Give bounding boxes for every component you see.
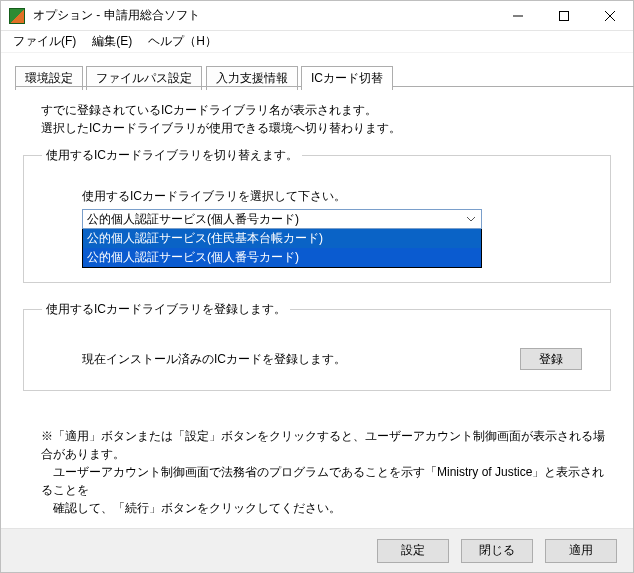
combobox-value: 公的個人認証サービス(個人番号カード) bbox=[87, 211, 299, 228]
minimize-button[interactable] bbox=[495, 1, 541, 31]
maximize-icon bbox=[559, 11, 569, 21]
svg-rect-1 bbox=[560, 11, 569, 20]
close-button[interactable] bbox=[587, 1, 633, 31]
menu-help[interactable]: ヘルプ（H） bbox=[140, 31, 225, 52]
select-label: 使用するICカードライブラリを選択して下さい。 bbox=[82, 188, 592, 205]
group-legend: 使用するICカードライブラリを登録します。 bbox=[42, 301, 290, 318]
group-switch-library: 使用するICカードライブラリを切り替えます。 使用するICカードライブラリを選択… bbox=[23, 147, 611, 283]
register-button[interactable]: 登録 bbox=[520, 348, 582, 370]
title-bar: オプション - 申請用総合ソフト bbox=[1, 1, 633, 31]
menu-edit[interactable]: 編集(E) bbox=[84, 31, 140, 52]
group-legend: 使用するICカードライブラリを切り替えます。 bbox=[42, 147, 302, 164]
menu-bar: ファイル(F) 編集(E) ヘルプ（H） bbox=[1, 31, 633, 53]
chevron-down-icon bbox=[463, 212, 479, 228]
combobox-option[interactable]: 公的個人認証サービス(住民基本台帳カード) bbox=[83, 229, 481, 248]
combobox-option[interactable]: 公的個人認証サービス(個人番号カード) bbox=[83, 248, 481, 267]
note-line: 確認して、「続行」ボタンをクリックしてください。 bbox=[41, 499, 611, 517]
settings-button[interactable]: 設定 bbox=[377, 539, 449, 563]
close-icon bbox=[605, 11, 615, 21]
intro-line: すでに登録されているICカードライブラリ名が表示されます。 bbox=[41, 101, 593, 119]
tab-panel: すでに登録されているICカードライブラリ名が表示されます。 選択したICカードラ… bbox=[1, 87, 633, 525]
register-text: 現在インストール済みのICカードを登録します。 bbox=[82, 351, 520, 368]
menu-file[interactable]: ファイル(F) bbox=[5, 31, 84, 52]
tab-iccard[interactable]: ICカード切替 bbox=[301, 66, 393, 90]
intro-line: 選択したICカードライブラリが使用できる環境へ切り替わります。 bbox=[41, 119, 593, 137]
tab-strip: 環境設定 ファイルパス設定 入力支援情報 ICカード切替 bbox=[15, 65, 633, 87]
group-register-library: 使用するICカードライブラリを登録します。 現在インストール済みのICカードを登… bbox=[23, 301, 611, 391]
window-title: オプション - 申請用総合ソフト bbox=[31, 7, 495, 24]
note-text: ※「適用」ボタンまたは「設定」ボタンをクリックすると、ユーザーアカウント制御画面… bbox=[41, 427, 611, 517]
intro-text: すでに登録されているICカードライブラリ名が表示されます。 選択したICカードラ… bbox=[41, 101, 593, 137]
close-dialog-button[interactable]: 閉じる bbox=[461, 539, 533, 563]
app-icon bbox=[9, 8, 25, 24]
apply-button[interactable]: 適用 bbox=[545, 539, 617, 563]
maximize-button[interactable] bbox=[541, 1, 587, 31]
library-combobox[interactable]: 公的個人認証サービス(個人番号カード) bbox=[82, 209, 482, 229]
note-line: ※「適用」ボタンまたは「設定」ボタンをクリックすると、ユーザーアカウント制御画面… bbox=[41, 427, 611, 463]
combobox-listbox: 公的個人認証サービス(住民基本台帳カード) 公的個人認証サービス(個人番号カード… bbox=[82, 229, 482, 268]
dialog-footer: 設定 閉じる 適用 bbox=[1, 528, 633, 572]
note-line: ユーザーアカウント制御画面で法務省のプログラムであることを示す「Ministry… bbox=[41, 463, 611, 499]
minimize-icon bbox=[513, 11, 523, 21]
